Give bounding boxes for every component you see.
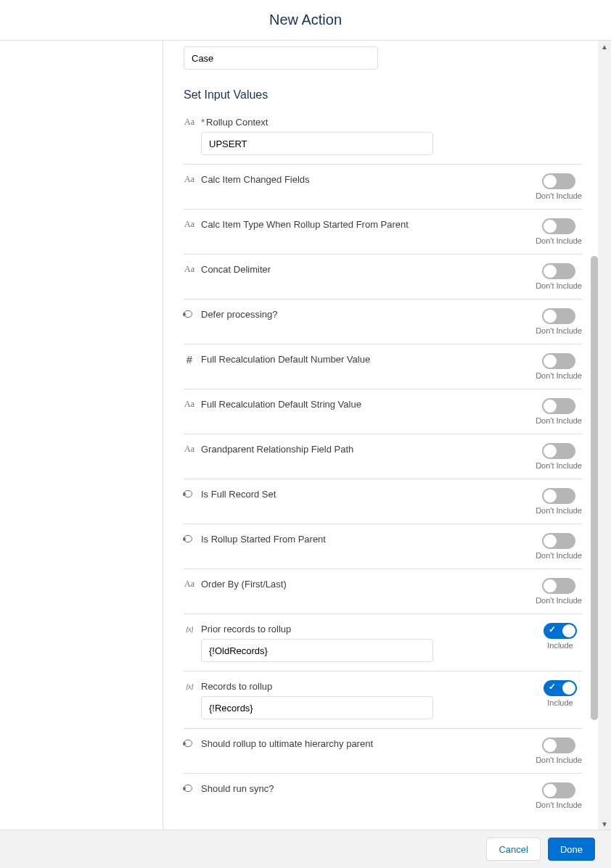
input-label: Is Full Record Set <box>201 489 276 500</box>
boolean-type-icon <box>184 737 195 749</box>
input-label: Calc Item Changed Fields <box>201 174 310 185</box>
input-row-body: Defer processing? <box>184 308 536 320</box>
text-type-icon <box>184 398 195 410</box>
input-label: Records to rollup <box>201 681 272 692</box>
include-toggle-wrap: Don't Include <box>536 782 582 809</box>
text-type-icon <box>184 263 195 275</box>
input-field[interactable] <box>201 639 433 662</box>
window-scrollbar[interactable]: ▲ ▼ <box>598 41 611 830</box>
required-indicator: * <box>201 117 205 128</box>
toggle-label: Don't Include <box>536 281 582 290</box>
input-label-wrap: Defer processing? <box>184 308 536 320</box>
include-toggle[interactable] <box>542 173 575 189</box>
include-toggle-wrap: Don't Include <box>536 578 582 605</box>
text-type-icon <box>184 443 195 455</box>
toggle-knob <box>544 579 557 592</box>
input-label: Should run sync? <box>201 783 274 794</box>
input-row-body: Grandparent Relationship Field Path <box>184 443 536 455</box>
toggle-knob <box>544 739 557 752</box>
boolean-type-icon <box>184 308 195 320</box>
input-row-body: Calc Item Type When Rollup Started From … <box>184 218 536 230</box>
boolean-type-icon <box>184 533 195 545</box>
include-toggle[interactable] <box>542 578 575 594</box>
include-toggle[interactable] <box>542 488 575 504</box>
toggle-label: Don't Include <box>536 191 582 200</box>
include-toggle[interactable] <box>542 398 575 414</box>
input-row-body: Should run sync? <box>184 782 536 794</box>
modal-body: Set Input Values *Rollup ContextCalc Ite… <box>0 41 611 830</box>
boolean-type-icon <box>184 488 195 500</box>
include-toggle[interactable] <box>544 623 577 639</box>
toggle-knob <box>544 489 557 503</box>
object-selector-input[interactable] <box>184 46 378 70</box>
input-label-wrap: Grandparent Relationship Field Path <box>184 443 536 455</box>
input-wrap <box>201 132 433 155</box>
input-row: Order By (First/Last)Don't Include <box>184 569 582 613</box>
toggle-label: Don't Include <box>536 236 582 245</box>
include-toggle-wrap: Don't Include <box>536 173 582 200</box>
text-type-icon <box>184 116 195 128</box>
input-row: Defer processing?Don't Include <box>184 299 582 344</box>
input-label-wrap: *Rollup Context <box>184 116 582 128</box>
cancel-button[interactable]: Cancel <box>486 838 540 861</box>
toggle-knob <box>562 682 575 695</box>
input-label: Order By (First/Last) <box>201 579 287 590</box>
content-scrollbar-thumb[interactable] <box>591 256 598 720</box>
input-label-wrap: Records to rollup <box>184 680 538 692</box>
input-label: Full Recalculation Default Number Value <box>201 354 370 365</box>
include-toggle[interactable] <box>542 308 575 324</box>
include-toggle[interactable] <box>542 218 575 234</box>
input-field[interactable] <box>201 696 433 719</box>
text-type-icon <box>184 578 195 590</box>
input-row-body: Order By (First/Last) <box>184 578 536 590</box>
toggle-label: Don't Include <box>536 596 582 605</box>
include-toggle[interactable] <box>544 680 577 696</box>
include-toggle[interactable] <box>542 737 575 753</box>
input-label: Is Rollup Started From Parent <box>201 534 326 545</box>
input-label: Full Recalculation Default String Value <box>201 399 361 410</box>
input-label-wrap: Calc Item Changed Fields <box>184 173 536 185</box>
boolean-type-icon <box>184 782 195 794</box>
include-toggle[interactable] <box>542 263 575 279</box>
input-label: Should rollup to ultimate hierarchy pare… <box>201 738 373 749</box>
input-row: Calc Item Changed FieldsDon't Include <box>184 164 582 209</box>
toggle-knob <box>544 400 557 413</box>
toggle-knob <box>544 265 557 278</box>
input-label-wrap: Is Full Record Set <box>184 488 536 500</box>
input-label-wrap: Order By (First/Last) <box>184 578 536 590</box>
scroll-up-arrow[interactable]: ▲ <box>598 41 611 52</box>
toggle-knob <box>544 175 557 188</box>
scroll-down-arrow[interactable]: ▼ <box>598 818 611 830</box>
input-row: Grandparent Relationship Field PathDon't… <box>184 434 582 479</box>
input-wrap <box>201 696 433 719</box>
include-toggle[interactable] <box>542 533 575 549</box>
input-label-wrap: Concat Delimiter <box>184 263 536 275</box>
include-toggle-wrap: Don't Include <box>536 263 582 290</box>
include-toggle[interactable] <box>542 443 575 459</box>
include-toggle[interactable] <box>542 782 575 798</box>
toggle-label: Don't Include <box>536 326 582 335</box>
toggle-label: Don't Include <box>536 371 582 380</box>
include-toggle-wrap: Don't Include <box>536 533 582 560</box>
input-label: Calc Item Type When Rollup Started From … <box>201 219 409 230</box>
input-row: *Rollup Context <box>184 107 582 164</box>
input-label-wrap: Calc Item Type When Rollup Started From … <box>184 218 536 230</box>
input-row: Prior records to rollupInclude <box>184 613 582 671</box>
toggle-knob <box>544 534 557 547</box>
input-row: Full Recalculation Default String ValueD… <box>184 389 582 434</box>
done-button[interactable]: Done <box>548 838 595 861</box>
input-field[interactable] <box>201 132 433 155</box>
input-row: Is Full Record SetDon't Include <box>184 479 582 524</box>
toggle-knob <box>544 220 557 233</box>
include-toggle-wrap: Don't Include <box>536 218 582 245</box>
toggle-label: Don't Include <box>536 506 582 515</box>
left-sidebar <box>0 41 163 830</box>
include-toggle-wrap: Don't Include <box>536 353 582 380</box>
input-label-wrap: Should run sync? <box>184 782 536 794</box>
include-toggle[interactable] <box>542 353 575 369</box>
input-label: Defer processing? <box>201 309 278 320</box>
toggle-knob <box>544 355 557 368</box>
input-label-wrap: Full Recalculation Default String Value <box>184 398 536 410</box>
input-row: Should run sync?Don't Include <box>184 773 582 818</box>
include-toggle-wrap: Don't Include <box>536 488 582 515</box>
